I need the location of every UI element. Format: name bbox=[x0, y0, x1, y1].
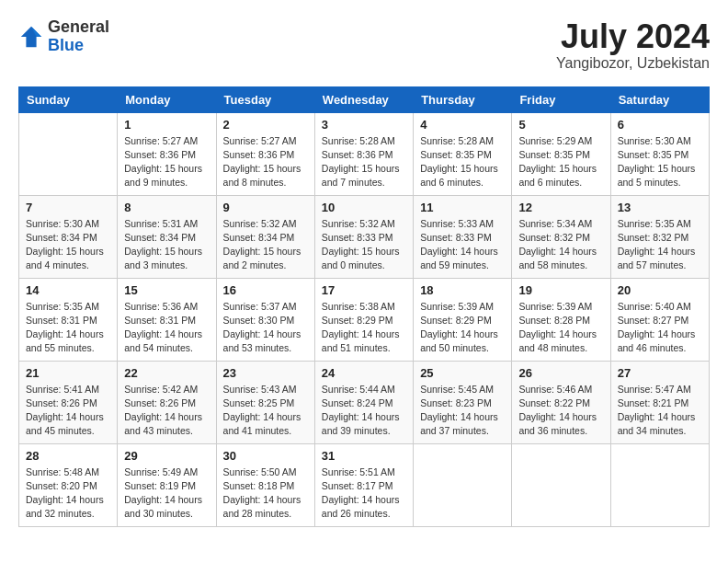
day-number: 30 bbox=[223, 449, 308, 463]
day-number: 16 bbox=[223, 283, 308, 297]
day-number: 18 bbox=[420, 283, 505, 297]
day-info: Sunrise: 5:46 AM Sunset: 8:22 PM Dayligh… bbox=[518, 383, 603, 439]
day-number: 3 bbox=[322, 118, 406, 132]
calendar-cell: 12Sunrise: 5:34 AM Sunset: 8:32 PM Dayli… bbox=[512, 195, 610, 278]
day-info: Sunrise: 5:31 AM Sunset: 8:34 PM Dayligh… bbox=[124, 217, 209, 273]
calendar-cell: 14Sunrise: 5:35 AM Sunset: 8:31 PM Dayli… bbox=[19, 278, 118, 361]
calendar-cell: 31Sunrise: 5:51 AM Sunset: 8:17 PM Dayli… bbox=[314, 443, 413, 526]
day-info: Sunrise: 5:35 AM Sunset: 8:32 PM Dayligh… bbox=[618, 217, 702, 273]
day-number: 31 bbox=[322, 449, 406, 463]
day-info: Sunrise: 5:33 AM Sunset: 8:33 PM Dayligh… bbox=[420, 217, 505, 273]
calendar-cell: 6Sunrise: 5:30 AM Sunset: 8:35 PM Daylig… bbox=[610, 112, 709, 195]
calendar-cell: 27Sunrise: 5:47 AM Sunset: 8:21 PM Dayli… bbox=[610, 361, 709, 443]
calendar-cell: 16Sunrise: 5:37 AM Sunset: 8:30 PM Dayli… bbox=[216, 278, 314, 361]
day-info: Sunrise: 5:38 AM Sunset: 8:29 PM Dayligh… bbox=[322, 300, 406, 356]
weekday-header-thursday: Thursday bbox=[414, 86, 512, 112]
weekday-header-wednesday: Wednesday bbox=[314, 86, 413, 112]
day-number: 19 bbox=[518, 283, 603, 297]
calendar-week-row: 21Sunrise: 5:41 AM Sunset: 8:26 PM Dayli… bbox=[19, 361, 710, 443]
day-number: 10 bbox=[322, 201, 406, 214]
day-info: Sunrise: 5:42 AM Sunset: 8:26 PM Dayligh… bbox=[124, 383, 209, 439]
day-info: Sunrise: 5:28 AM Sunset: 8:35 PM Dayligh… bbox=[420, 134, 505, 190]
weekday-header-sunday: Sunday bbox=[19, 86, 118, 112]
day-info: Sunrise: 5:30 AM Sunset: 8:35 PM Dayligh… bbox=[618, 134, 702, 190]
day-info: Sunrise: 5:41 AM Sunset: 8:26 PM Dayligh… bbox=[26, 383, 110, 439]
day-number: 6 bbox=[618, 118, 702, 132]
calendar-cell: 4Sunrise: 5:28 AM Sunset: 8:35 PM Daylig… bbox=[414, 112, 512, 195]
calendar-cell: 15Sunrise: 5:36 AM Sunset: 8:31 PM Dayli… bbox=[118, 278, 216, 361]
day-number: 4 bbox=[420, 118, 505, 132]
calendar-cell: 2Sunrise: 5:27 AM Sunset: 8:36 PM Daylig… bbox=[216, 112, 314, 195]
day-info: Sunrise: 5:45 AM Sunset: 8:23 PM Dayligh… bbox=[420, 383, 505, 439]
weekday-header-friday: Friday bbox=[512, 86, 610, 112]
day-number: 9 bbox=[223, 201, 308, 214]
logo-blue: Blue bbox=[48, 37, 109, 55]
calendar-cell bbox=[512, 443, 610, 526]
day-number: 21 bbox=[26, 366, 110, 380]
calendar-cell: 18Sunrise: 5:39 AM Sunset: 8:29 PM Dayli… bbox=[414, 278, 512, 361]
day-info: Sunrise: 5:43 AM Sunset: 8:25 PM Dayligh… bbox=[223, 383, 308, 439]
calendar-week-row: 1Sunrise: 5:27 AM Sunset: 8:36 PM Daylig… bbox=[19, 112, 710, 195]
title-block: July 2024 Yangibozor, Uzbekistan bbox=[556, 18, 710, 72]
weekday-header-tuesday: Tuesday bbox=[216, 86, 314, 112]
day-number: 7 bbox=[26, 201, 110, 214]
day-number: 1 bbox=[124, 118, 209, 132]
day-info: Sunrise: 5:37 AM Sunset: 8:30 PM Dayligh… bbox=[223, 300, 308, 356]
calendar-cell: 29Sunrise: 5:49 AM Sunset: 8:19 PM Dayli… bbox=[118, 443, 216, 526]
logo-icon bbox=[18, 24, 44, 50]
weekday-header-saturday: Saturday bbox=[610, 86, 709, 112]
calendar-week-row: 14Sunrise: 5:35 AM Sunset: 8:31 PM Dayli… bbox=[19, 278, 710, 361]
calendar-cell: 20Sunrise: 5:40 AM Sunset: 8:27 PM Dayli… bbox=[610, 278, 709, 361]
day-number: 22 bbox=[124, 366, 209, 380]
day-info: Sunrise: 5:50 AM Sunset: 8:18 PM Dayligh… bbox=[223, 465, 308, 522]
calendar-cell: 1Sunrise: 5:27 AM Sunset: 8:36 PM Daylig… bbox=[118, 112, 216, 195]
calendar-table: SundayMondayTuesdayWednesdayThursdayFrid… bbox=[18, 86, 710, 527]
calendar-cell bbox=[610, 443, 709, 526]
calendar-header: SundayMondayTuesdayWednesdayThursdayFrid… bbox=[19, 86, 710, 112]
calendar-cell: 10Sunrise: 5:32 AM Sunset: 8:33 PM Dayli… bbox=[314, 195, 413, 278]
calendar-cell: 19Sunrise: 5:39 AM Sunset: 8:28 PM Dayli… bbox=[512, 278, 610, 361]
calendar-week-row: 7Sunrise: 5:30 AM Sunset: 8:34 PM Daylig… bbox=[19, 195, 710, 278]
calendar-cell: 25Sunrise: 5:45 AM Sunset: 8:23 PM Dayli… bbox=[414, 361, 512, 443]
day-info: Sunrise: 5:35 AM Sunset: 8:31 PM Dayligh… bbox=[26, 300, 110, 356]
day-info: Sunrise: 5:49 AM Sunset: 8:19 PM Dayligh… bbox=[124, 465, 209, 522]
day-number: 13 bbox=[618, 201, 702, 214]
calendar-cell: 28Sunrise: 5:48 AM Sunset: 8:20 PM Dayli… bbox=[19, 443, 118, 526]
calendar-cell: 11Sunrise: 5:33 AM Sunset: 8:33 PM Dayli… bbox=[414, 195, 512, 278]
day-info: Sunrise: 5:29 AM Sunset: 8:35 PM Dayligh… bbox=[518, 134, 603, 190]
calendar-cell: 24Sunrise: 5:44 AM Sunset: 8:24 PM Dayli… bbox=[314, 361, 413, 443]
day-info: Sunrise: 5:51 AM Sunset: 8:17 PM Dayligh… bbox=[322, 465, 406, 522]
day-info: Sunrise: 5:32 AM Sunset: 8:34 PM Dayligh… bbox=[223, 217, 308, 273]
day-number: 27 bbox=[618, 366, 702, 380]
calendar-cell: 30Sunrise: 5:50 AM Sunset: 8:18 PM Dayli… bbox=[216, 443, 314, 526]
calendar-cell: 5Sunrise: 5:29 AM Sunset: 8:35 PM Daylig… bbox=[512, 112, 610, 195]
day-info: Sunrise: 5:30 AM Sunset: 8:34 PM Dayligh… bbox=[26, 217, 110, 273]
day-number: 11 bbox=[420, 201, 505, 214]
calendar-cell bbox=[19, 112, 118, 195]
day-info: Sunrise: 5:47 AM Sunset: 8:21 PM Dayligh… bbox=[618, 383, 702, 439]
day-number: 24 bbox=[322, 366, 406, 380]
calendar-cell: 9Sunrise: 5:32 AM Sunset: 8:34 PM Daylig… bbox=[216, 195, 314, 278]
day-info: Sunrise: 5:28 AM Sunset: 8:36 PM Dayligh… bbox=[322, 134, 406, 190]
calendar-body: 1Sunrise: 5:27 AM Sunset: 8:36 PM Daylig… bbox=[19, 112, 710, 526]
logo-general: General bbox=[48, 18, 109, 37]
location-subtitle: Yangibozor, Uzbekistan bbox=[556, 55, 710, 72]
day-number: 29 bbox=[124, 449, 209, 463]
day-number: 5 bbox=[518, 118, 603, 132]
day-number: 12 bbox=[518, 201, 603, 214]
day-number: 26 bbox=[518, 366, 603, 380]
day-info: Sunrise: 5:27 AM Sunset: 8:36 PM Dayligh… bbox=[124, 134, 209, 190]
calendar-cell: 23Sunrise: 5:43 AM Sunset: 8:25 PM Dayli… bbox=[216, 361, 314, 443]
day-number: 28 bbox=[26, 449, 110, 463]
weekday-header-row: SundayMondayTuesdayWednesdayThursdayFrid… bbox=[19, 86, 710, 112]
weekday-header-monday: Monday bbox=[118, 86, 216, 112]
day-info: Sunrise: 5:34 AM Sunset: 8:32 PM Dayligh… bbox=[518, 217, 603, 273]
calendar-week-row: 28Sunrise: 5:48 AM Sunset: 8:20 PM Dayli… bbox=[19, 443, 710, 526]
day-info: Sunrise: 5:27 AM Sunset: 8:36 PM Dayligh… bbox=[223, 134, 308, 190]
day-number: 17 bbox=[322, 283, 406, 297]
day-info: Sunrise: 5:39 AM Sunset: 8:29 PM Dayligh… bbox=[420, 300, 505, 356]
day-number: 14 bbox=[26, 283, 110, 297]
logo-text: General Blue bbox=[48, 18, 109, 55]
calendar-cell: 13Sunrise: 5:35 AM Sunset: 8:32 PM Dayli… bbox=[610, 195, 709, 278]
day-info: Sunrise: 5:32 AM Sunset: 8:33 PM Dayligh… bbox=[322, 217, 406, 273]
